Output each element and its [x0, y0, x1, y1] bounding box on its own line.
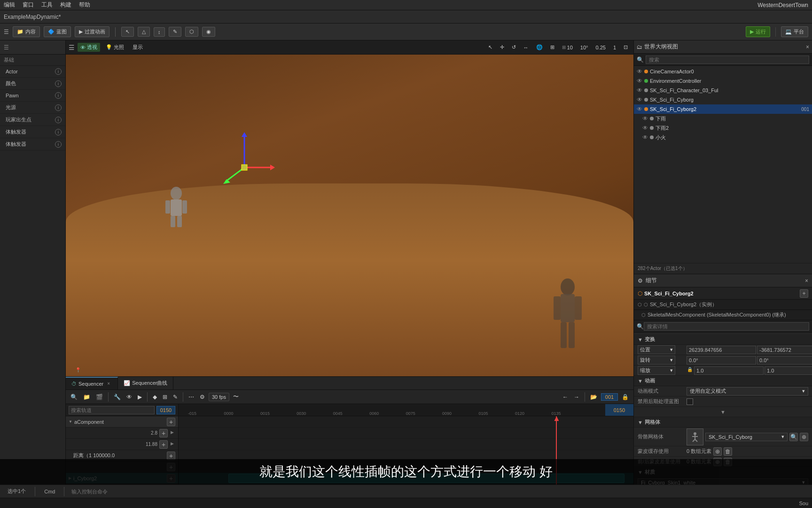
menu-edit[interactable]: 编辑 [4, 1, 15, 9]
top-menu[interactable]: 编辑 窗口 工具 构建 帮助 [4, 1, 90, 9]
outliner-item-cyborg2[interactable]: 👁 SK_Sci_Fi_Cyborg2 001 [634, 104, 812, 114]
rot-y-input[interactable] [757, 356, 812, 365]
anim-mode-dropdown[interactable]: 使用自定义模式 ▾ [687, 387, 808, 396]
outliner-item-rain1[interactable]: 👁 下雨 [640, 114, 812, 123]
left-item-source[interactable]: 光源 i [0, 102, 65, 114]
outliner-close-btn[interactable]: × [806, 44, 809, 50]
run-button[interactable]: ▶ 运行 [746, 26, 770, 37]
scale-tool2[interactable]: ↔ [521, 44, 531, 51]
position-dropdown[interactable]: 位置 ▾ [638, 345, 675, 354]
seq-eye-btn[interactable]: 👁 [125, 393, 134, 401]
angle-btn[interactable]: 10° [578, 44, 591, 51]
edit-tool[interactable]: ✎ [169, 27, 181, 37]
color-info-icon[interactable]: i [55, 80, 62, 87]
seq-pen-btn[interactable]: ✎ [171, 393, 180, 401]
bottom-tab-cmd[interactable]: Cmd [40, 488, 59, 495]
track-sub2-add[interactable]: + [159, 440, 168, 449]
content-button[interactable]: 📁 内容 [13, 26, 40, 37]
show-button[interactable]: 显示 [130, 43, 146, 52]
details-search-input[interactable] [644, 322, 809, 331]
transform-tool[interactable]: △ [138, 27, 150, 37]
outliner-item-camera[interactable]: 👁 CineCameraActor0 [634, 67, 812, 76]
track-sub1[interactable]: 2.8 + ▶ [66, 428, 178, 439]
left-item-trigger1[interactable]: 体触发器 i [0, 126, 65, 138]
expand-down-icon[interactable]: ▼ [720, 409, 726, 415]
seq-film-btn[interactable]: 🎬 [94, 393, 105, 401]
seq-more-btn[interactable]: ⋯ [187, 393, 196, 401]
grid-size-btn[interactable]: ⊞ 10 [559, 44, 576, 51]
camera-tool[interactable]: ◉ [202, 27, 215, 37]
left-item-color[interactable]: 颜色 i [0, 78, 65, 90]
source-info-icon[interactable]: i [55, 104, 62, 111]
console-input[interactable] [70, 489, 808, 494]
track-sub2-more[interactable]: ▶ [169, 440, 175, 447]
outliner-item-rain2[interactable]: 👁 下雨2 [640, 123, 812, 133]
morph-used-add[interactable]: ⊕ [713, 447, 722, 456]
seq-search-input[interactable] [69, 406, 155, 414]
cursor-tool[interactable]: ↖ [485, 43, 495, 51]
details-add-btn[interactable]: + [800, 289, 808, 298]
fps-button[interactable]: 30 fps [209, 393, 229, 401]
menu-window[interactable]: 窗口 [23, 1, 34, 9]
trigger2-info-icon[interactable]: i [55, 141, 62, 148]
seq-keyframe-btn[interactable]: ◆ [151, 393, 159, 401]
outliner-item-cyborg[interactable]: 👁 SK_Sci_Fi_Cyborg [634, 95, 812, 104]
menu-help[interactable]: 帮助 [79, 1, 90, 9]
seq-lock-btn[interactable]: 🔒 [620, 393, 631, 401]
cyborg-visibility-icon[interactable]: 👁 [637, 96, 642, 103]
bottom-tab-selected[interactable]: 选中1个 [4, 487, 30, 496]
details-close-btn[interactable]: × [805, 278, 808, 284]
perspective-button[interactable]: 👁 透视 [78, 43, 100, 52]
pos-y-input[interactable] [757, 346, 812, 354]
grid-tool[interactable]: ⊞ [547, 43, 557, 51]
seq-snap-btn[interactable]: ⊞ [161, 393, 169, 401]
maximize-btn[interactable]: ⊡ [621, 43, 631, 51]
track-add-btn[interactable]: + [167, 418, 175, 426]
spawn-info-icon[interactable]: i [55, 117, 62, 123]
seq-tab1-close[interactable]: × [105, 381, 112, 387]
scale-y-input[interactable] [765, 366, 812, 375]
skeletal-mesh-dropdown[interactable]: SK_Sci_Fi_Cyborg ▾ [705, 433, 788, 441]
transform-section-header[interactable]: ▼ 变换 [634, 334, 812, 345]
left-item-trigger2[interactable]: 体触发器 i [0, 138, 65, 151]
scale-lock-icon[interactable]: 🔒 [687, 366, 693, 373]
seq-folder-btn[interactable]: 📁 [81, 393, 92, 401]
platform-button[interactable]: 💻 平台 [781, 26, 808, 37]
layer-btn[interactable]: 1 [610, 44, 619, 51]
outliner-search-input[interactable] [646, 56, 809, 64]
pawn-info-icon[interactable]: i [55, 92, 62, 99]
scale-x-input[interactable] [694, 366, 764, 375]
actor-info-icon[interactable]: i [55, 68, 62, 75]
transition-button[interactable]: ▶ 过渡动画 [75, 26, 109, 37]
seq-tool-btn[interactable]: 🔧 [112, 393, 123, 401]
sequencer-tab2[interactable]: 📈 Sequencer曲线 [118, 377, 173, 389]
outliner-item-char03[interactable]: 👁 SK_Sci_Fi_Character_03_Ful [634, 86, 812, 95]
pos-x-input[interactable] [687, 346, 756, 354]
rain2-visibility-icon[interactable]: 👁 [642, 125, 648, 131]
post-anim-checkbox[interactable] [687, 398, 693, 405]
outliner-item-env[interactable]: 👁 EnvironmentController [634, 76, 812, 86]
viewport-canvas[interactable]: 📍 [66, 55, 633, 376]
track-sub1-add[interactable]: + [159, 429, 168, 437]
rotation-dropdown[interactable]: 旋转 ▾ [638, 356, 675, 365]
menu-tools[interactable]: 工具 [41, 1, 53, 9]
seq-folder2-btn[interactable]: 📂 [588, 393, 599, 401]
env-visibility-icon[interactable]: 👁 [637, 78, 642, 84]
rain1-visibility-icon[interactable]: 👁 [642, 115, 648, 122]
rotate-tool[interactable]: ↺ [509, 43, 519, 51]
fire-visibility-icon[interactable]: 👁 [642, 134, 648, 141]
outliner-item-fire[interactable]: 👁 小火 [640, 133, 812, 142]
lighting-button[interactable]: 💡 光照 [103, 43, 127, 52]
select-tool[interactable]: ↖ [121, 27, 134, 37]
seq-next-btn[interactable]: → [572, 393, 581, 401]
mesh-browse-btn[interactable]: ⊕ [800, 433, 808, 441]
char03-visibility-icon[interactable]: 👁 [637, 87, 642, 94]
cyborg2-visibility-icon[interactable]: 👁 [637, 106, 642, 112]
track-sub2[interactable]: 11.88 + ▶ [66, 439, 178, 450]
seq-playback-btn[interactable]: ▶ [136, 393, 144, 401]
sequencer-tab1[interactable]: ⏱ Sequencer × [66, 377, 118, 389]
vp-hamburger-icon[interactable]: ☰ [69, 44, 75, 51]
blueprint-button[interactable]: 🔷 蓝图 [44, 26, 71, 37]
menu-build[interactable]: 构建 [60, 1, 71, 9]
rot-x-input[interactable] [687, 356, 756, 365]
